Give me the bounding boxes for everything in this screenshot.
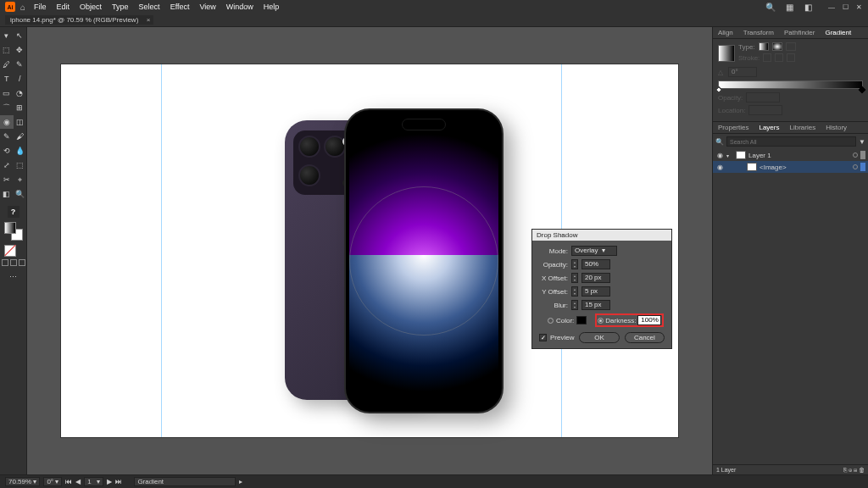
- artboard-last-icon[interactable]: ⏭: [115, 478, 122, 485]
- home-icon[interactable]: ⌂: [20, 3, 25, 12]
- tab-align[interactable]: Align: [713, 27, 738, 38]
- menu-view[interactable]: View: [196, 3, 219, 11]
- blur-stepper[interactable]: ▴▾: [571, 300, 578, 310]
- freeform-gradient-icon[interactable]: [786, 42, 796, 51]
- menu-file[interactable]: File: [31, 3, 50, 11]
- tool-graph[interactable]: ⊞: [14, 101, 27, 114]
- tab-libraries[interactable]: Libraries: [784, 122, 821, 133]
- tool-line[interactable]: /: [14, 72, 27, 86]
- tool-ellipse[interactable]: ◔: [14, 86, 27, 100]
- menu-help[interactable]: Help: [260, 3, 283, 11]
- menu-type[interactable]: Type: [108, 3, 132, 11]
- gp-opacity-field[interactable]: [746, 92, 780, 103]
- tool-artboard[interactable]: ⬚: [0, 43, 14, 57]
- menu-select[interactable]: Select: [136, 3, 164, 11]
- visibility-icon[interactable]: ◉: [715, 164, 724, 171]
- artboard-nav-field[interactable]: 1 ▾: [84, 477, 103, 486]
- draw-modes[interactable]: [2, 259, 25, 266]
- darkness-radio[interactable]: [598, 318, 604, 324]
- close-window-button[interactable]: ✕: [854, 3, 863, 11]
- maximize-button[interactable]: ☐: [841, 3, 849, 11]
- tool-measure[interactable]: ⌖: [14, 173, 27, 186]
- radial-gradient-icon[interactable]: [772, 42, 782, 51]
- color-radio[interactable]: [548, 318, 554, 324]
- tool-help[interactable]: ?: [8, 206, 19, 218]
- target-icon[interactable]: [853, 164, 858, 169]
- opacity-field[interactable]: 50%: [581, 259, 610, 269]
- close-tab-icon[interactable]: ×: [147, 16, 151, 24]
- tool-curvature[interactable]: ✎: [14, 58, 27, 71]
- blur-field[interactable]: 15 px: [581, 300, 610, 310]
- color-chip[interactable]: [576, 316, 587, 324]
- swap-default-swatch[interactable]: [4, 245, 23, 257]
- layers-actions[interactable]: ⎘ ⊕ ⊞ 🗑: [843, 467, 865, 473]
- canvas[interactable]: Drop Shadow Mode: Overlay ▾ Opacity: ▴▾ …: [27, 27, 712, 474]
- visibility-icon[interactable]: ◉: [715, 152, 724, 159]
- arrange-icon[interactable]: ▦: [783, 1, 795, 13]
- tool-eyedropper[interactable]: 💧: [14, 144, 27, 158]
- tab-layers[interactable]: Layers: [754, 122, 784, 133]
- tool-shaper[interactable]: ⌒: [0, 101, 14, 114]
- tool-perspective[interactable]: ◫: [14, 115, 27, 129]
- tool-rectangle[interactable]: ▭: [0, 86, 14, 100]
- tab-transform[interactable]: Transform: [738, 27, 779, 38]
- linear-gradient-icon[interactable]: [759, 42, 769, 51]
- gradient-slider[interactable]: [718, 80, 863, 89]
- tool-width[interactable]: ⬚: [14, 158, 27, 172]
- menu-effect[interactable]: Effect: [167, 3, 193, 11]
- search-layers-input[interactable]: [726, 136, 856, 147]
- minimize-button[interactable]: —: [827, 3, 836, 11]
- tab-properties[interactable]: Properties: [713, 122, 754, 133]
- tab-pathfinder[interactable]: Pathfinder: [779, 27, 820, 38]
- xoffset-stepper[interactable]: ▴▾: [571, 273, 578, 283]
- tool-gradient[interactable]: ◉: [0, 115, 14, 129]
- darkness-field[interactable]: 100%: [637, 315, 661, 325]
- tool-brush[interactable]: 🖌: [14, 130, 27, 143]
- tool-scissors[interactable]: ✂: [0, 173, 14, 186]
- tab-gradient[interactable]: Gradient: [820, 27, 856, 38]
- filter-layers-icon[interactable]: ▼: [859, 138, 865, 146]
- status-hint[interactable]: Gradient: [134, 477, 236, 486]
- target-icon[interactable]: [853, 152, 858, 158]
- twisty-icon[interactable]: ▾: [726, 152, 733, 158]
- cancel-button[interactable]: Cancel: [625, 332, 665, 343]
- search-icon[interactable]: 🔍: [765, 1, 776, 13]
- workspace-icon[interactable]: ◧: [802, 1, 814, 13]
- tool-blend[interactable]: ◧: [0, 187, 14, 201]
- yoffset-stepper[interactable]: ▴▾: [571, 286, 578, 297]
- angle-field[interactable]: 0°: [728, 67, 757, 77]
- yoffset-field[interactable]: 5 px: [581, 286, 610, 297]
- status-menu-icon[interactable]: ▸: [239, 478, 242, 485]
- artboard-prev-icon[interactable]: ⏮: [65, 478, 72, 485]
- zoom-field[interactable]: 70.59% ▾: [5, 477, 40, 486]
- tool-type[interactable]: T: [0, 72, 14, 86]
- tool-select[interactable]: ▾: [0, 29, 14, 42]
- gradient-preview[interactable]: [718, 45, 735, 62]
- ok-button[interactable]: OK: [579, 332, 619, 343]
- preview-checkbox[interactable]: ✓: [539, 334, 547, 341]
- tool-zoom[interactable]: 🔍: [14, 187, 27, 201]
- layer-row[interactable]: ◉ ▾ Layer 1: [713, 149, 868, 161]
- tool-free-transform[interactable]: ✥: [14, 43, 27, 57]
- artboard-back-icon[interactable]: ◀: [75, 478, 81, 485]
- menu-window[interactable]: Window: [223, 3, 257, 11]
- search-layers-icon[interactable]: 🔍: [715, 138, 724, 146]
- artboard-fwd-icon[interactable]: ▶: [107, 478, 112, 485]
- tool-pen[interactable]: 🖊: [0, 58, 14, 71]
- opacity-stepper[interactable]: ▴▾: [571, 259, 578, 269]
- rotate-field[interactable]: 0° ▾: [43, 477, 62, 486]
- tool-direct-select[interactable]: ↖: [14, 29, 27, 42]
- tool-rotate[interactable]: ⟲: [0, 144, 14, 158]
- tab-history[interactable]: History: [821, 122, 852, 133]
- document-tab[interactable]: iphone 14.png* @ 70.59 % (RGB/Preview) ×: [5, 15, 153, 25]
- edit-toolbar-icon[interactable]: ⋯: [7, 270, 20, 284]
- fill-stroke-swatch[interactable]: [4, 222, 23, 241]
- layer-row[interactable]: ◉ <Image>: [713, 161, 868, 173]
- tool-scale[interactable]: ⤢: [0, 158, 14, 172]
- tool-pencil[interactable]: ✎: [0, 130, 14, 143]
- menu-edit[interactable]: Edit: [53, 3, 74, 11]
- menu-object[interactable]: Object: [76, 3, 105, 11]
- mode-select[interactable]: Overlay ▾: [571, 246, 617, 256]
- xoffset-field[interactable]: 20 px: [581, 273, 610, 283]
- gp-location-field[interactable]: [748, 105, 782, 115]
